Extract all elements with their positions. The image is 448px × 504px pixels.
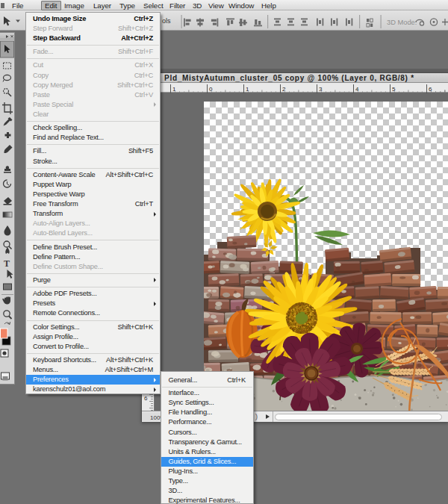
svg-text:1: 1 [172, 85, 176, 92]
svg-text:6: 6 [429, 85, 432, 92]
svg-text:T: T [4, 258, 10, 269]
svg-text:4: 4 [355, 85, 359, 92]
svg-text:ols: ols [162, 17, 171, 25]
svg-text:5: 5 [392, 85, 396, 92]
svg-text:3: 3 [319, 85, 323, 92]
svg-text:6: 6 [144, 395, 148, 402]
svg-text:3D Mode:: 3D Mode: [387, 19, 417, 26]
svg-text:1: 1 [246, 85, 249, 92]
svg-text:2: 2 [282, 85, 286, 92]
svg-text:0: 0 [209, 85, 213, 92]
